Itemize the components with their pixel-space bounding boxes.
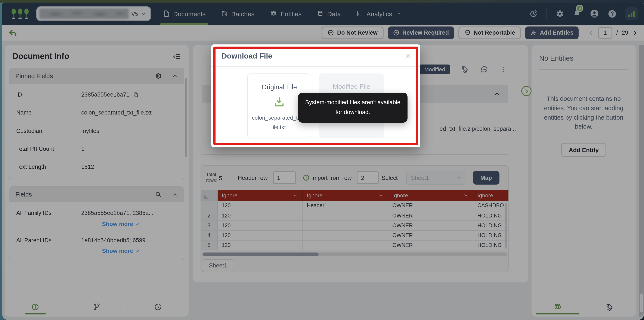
download-icon xyxy=(273,96,285,108)
card-title: Original File xyxy=(248,83,311,91)
system-menubar xyxy=(0,0,644,2)
tooltip: System-modified files aren't available f… xyxy=(298,93,408,123)
divider xyxy=(211,66,420,67)
card-title: Modified File xyxy=(319,83,384,91)
modal-title: Download File xyxy=(222,52,272,61)
desktop: V5 Documents Batches Entities xyxy=(0,0,644,320)
close-icon[interactable] xyxy=(405,52,412,59)
download-file-modal: Download File Original File colon_separa… xyxy=(211,44,420,147)
app-window: V5 Documents Batches Entities xyxy=(2,2,644,320)
